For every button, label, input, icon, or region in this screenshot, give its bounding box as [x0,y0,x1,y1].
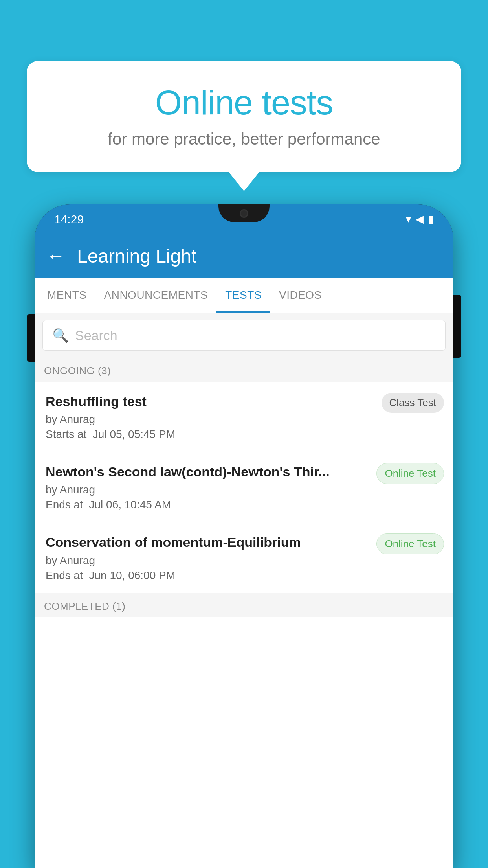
test-date-2: Ends at Jul 06, 10:45 AM [46,498,369,511]
test-item-1[interactable]: Reshuffling test by Anurag Starts at Jul… [35,382,453,452]
test-item-2[interactable]: Newton's Second law(contd)-Newton's Thir… [35,452,453,522]
test-list: Reshuffling test by Anurag Starts at Jul… [35,382,453,593]
speech-bubble-container: Online tests for more practice, better p… [27,61,461,172]
status-bar: 14:29 ▾ ◀ ▮ [35,204,453,234]
wifi-icon: ▾ [406,213,411,225]
status-icons: ▾ ◀ ▮ [406,213,434,225]
back-button[interactable]: ← [46,246,65,265]
tab-announcements[interactable]: ANNOUNCEMENTS [95,278,217,313]
tab-tests[interactable]: TESTS [216,278,270,313]
test-info-1: Reshuffling test by Anurag Starts at Jul… [46,393,382,441]
search-bar-container: 🔍 Search [35,313,453,358]
status-time: 14:29 [54,213,84,226]
search-placeholder-text: Search [75,328,117,343]
search-icon: 🔍 [52,327,69,343]
tab-videos[interactable]: VIDEOS [270,278,330,313]
speech-bubble: Online tests for more practice, better p… [27,61,461,172]
tab-ments[interactable]: MENTS [39,278,95,313]
battery-icon: ▮ [428,213,434,225]
test-name-3: Conservation of momentum-Equilibrium [46,533,369,551]
search-bar[interactable]: 🔍 Search [42,320,446,351]
completed-section-label: COMPLETED (1) [35,593,453,617]
phone-notch [218,204,270,222]
test-date-3: Ends at Jun 10, 06:00 PM [46,569,369,582]
phone-frame: 14:29 ▾ ◀ ▮ ← Learning Light MENTS ANNOU… [35,204,453,868]
signal-icon: ◀ [416,213,424,225]
test-info-2: Newton's Second law(contd)-Newton's Thir… [46,463,376,511]
test-badge-2: Online Test [376,463,444,484]
test-info-3: Conservation of momentum-Equilibrium by … [46,533,376,581]
ongoing-section-label: ONGOING (3) [35,358,453,382]
tabs-bar: MENTS ANNOUNCEMENTS TESTS VIDEOS [35,278,453,313]
bubble-subtitle: for more practice, better performance [50,130,438,149]
test-author-2: by Anurag [46,484,369,496]
phone-side-right [453,295,461,358]
test-badge-1: Class Test [382,393,444,413]
test-name-2: Newton's Second law(contd)-Newton's Thir… [46,463,369,480]
phone-side-left [27,314,35,362]
test-author-3: by Anurag [46,554,369,567]
test-author-1: by Anurag [46,413,374,426]
test-badge-3: Online Test [376,533,444,554]
test-date-1: Starts at Jul 05, 05:45 PM [46,428,374,441]
app-content: ← Learning Light MENTS ANNOUNCEMENTS TES… [35,234,453,868]
test-item-3[interactable]: Conservation of momentum-Equilibrium by … [35,522,453,593]
notch-camera [240,209,248,218]
bubble-title: Online tests [50,83,438,123]
app-title: Learning Light [77,245,196,267]
app-header: ← Learning Light [35,234,453,278]
test-name-1: Reshuffling test [46,393,374,410]
